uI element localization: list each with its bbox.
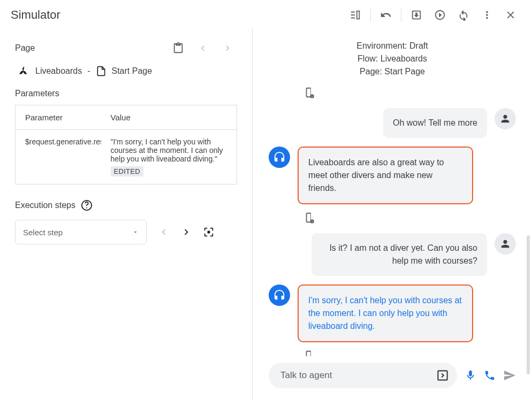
app-title: Simulator xyxy=(11,8,60,22)
breadcrumb: Liveaboards - Start Page xyxy=(18,65,237,77)
param-value: "I'm sorry, I can't help you with course… xyxy=(111,137,223,163)
send-icon[interactable] xyxy=(503,369,516,382)
person-icon xyxy=(499,113,511,125)
help-button[interactable] xyxy=(81,199,93,211)
divider xyxy=(370,9,371,21)
close-button[interactable] xyxy=(500,4,521,26)
param-value-cell: "I'm sorry, I can't help you with course… xyxy=(101,130,237,184)
dropdown-arrow-icon xyxy=(132,229,139,235)
user-avatar xyxy=(495,108,516,129)
focus-button[interactable] xyxy=(199,222,218,242)
reset-icon xyxy=(458,9,469,21)
message-row-agent: Liveaboards are also a great way to meet… xyxy=(269,147,516,204)
download-button[interactable] xyxy=(406,4,427,26)
message-row-user: Oh wow! Tell me more xyxy=(269,108,516,138)
chevron-left-icon xyxy=(197,43,208,53)
reset-button[interactable] xyxy=(453,4,474,26)
svg-text:i: i xyxy=(312,95,313,98)
divider xyxy=(401,9,401,21)
user-avatar xyxy=(495,233,516,255)
breadcrumb-page[interactable]: Start Page xyxy=(112,66,153,76)
detail-icon-button[interactable]: i xyxy=(304,212,516,224)
undo-icon xyxy=(380,9,392,21)
play-button[interactable] xyxy=(429,4,451,26)
header-actions xyxy=(345,4,521,26)
context-environment: Environment: Draft xyxy=(269,40,516,52)
agent-avatar xyxy=(269,147,290,168)
undo-button[interactable] xyxy=(375,4,397,26)
clipboard-button[interactable] xyxy=(169,39,188,58)
talk-placeholder: Talk to agent xyxy=(280,370,332,381)
flow-icon xyxy=(18,65,30,77)
message-row-user: Is it? I am not a diver yet. Can you als… xyxy=(269,233,516,276)
chat-scroll[interactable]: Environment: Draft Flow: Liveaboards Pag… xyxy=(253,28,532,356)
user-bubble: Is it? I am not a diver yet. Can you als… xyxy=(311,233,487,276)
breadcrumb-sep: - xyxy=(87,66,90,76)
page-prev-button[interactable] xyxy=(193,39,212,58)
doc-info-icon: i xyxy=(304,212,316,224)
panel-toggle-button[interactable] xyxy=(345,4,366,26)
phone-icon[interactable] xyxy=(484,370,496,381)
agent-bubble: Liveaboards are also a great way to meet… xyxy=(298,147,473,204)
step-prev-button[interactable] xyxy=(154,222,173,242)
context-page: Page: Start Page xyxy=(269,65,516,78)
mic-icon[interactable] xyxy=(465,370,476,381)
context-info: Environment: Draft Flow: Liveaboards Pag… xyxy=(269,40,516,78)
close-icon xyxy=(505,9,516,21)
param-header: Parameter xyxy=(16,105,101,130)
doc-info-icon: i xyxy=(304,350,316,356)
param-name: $request.generative.res xyxy=(16,130,101,184)
agent-avatar xyxy=(269,284,290,306)
more-vert-icon xyxy=(481,9,493,21)
help-icon xyxy=(81,199,93,211)
select-step-dropdown[interactable]: Select step xyxy=(15,220,147,244)
left-panel: Page Liveaboards - S xyxy=(0,28,253,400)
detail-icon-button[interactable]: i xyxy=(304,87,516,98)
talk-input[interactable]: Talk to agent xyxy=(269,363,457,388)
select-step-placeholder: Select step xyxy=(23,228,63,237)
submit-icon[interactable] xyxy=(436,368,450,382)
parameters-label: Parameters xyxy=(15,89,237,98)
svg-text:i: i xyxy=(312,220,313,223)
breadcrumb-flow[interactable]: Liveaboards xyxy=(35,66,82,76)
play-circle-icon xyxy=(434,9,446,21)
context-flow: Flow: Liveaboards xyxy=(269,52,516,65)
header: Simulator xyxy=(0,0,532,28)
center-focus-icon xyxy=(203,226,215,238)
execution-steps-label: Execution steps xyxy=(15,201,75,210)
page-next-button[interactable] xyxy=(218,39,237,58)
user-bubble: Oh wow! Tell me more xyxy=(383,108,487,138)
clipboard-icon xyxy=(172,42,184,54)
detail-icon-button[interactable]: i xyxy=(304,350,516,356)
chevron-right-icon xyxy=(222,43,233,53)
page-icon xyxy=(96,66,107,76)
scrollbar[interactable] xyxy=(527,235,530,374)
headset-icon xyxy=(273,289,285,301)
chevron-left-icon xyxy=(158,226,170,238)
headset-icon xyxy=(273,151,285,163)
step-next-button[interactable] xyxy=(177,222,196,242)
agent-bubble: I'm sorry, I can't help you with courses… xyxy=(298,284,473,342)
right-panel: Environment: Draft Flow: Liveaboards Pag… xyxy=(253,28,532,400)
doc-info-icon: i xyxy=(304,87,316,98)
message-row-agent: I'm sorry, I can't help you with courses… xyxy=(269,284,516,342)
person-icon xyxy=(499,238,511,250)
more-button[interactable] xyxy=(476,4,498,26)
download-icon xyxy=(411,9,422,21)
table-row[interactable]: $request.generative.res "I'm sorry, I ca… xyxy=(16,130,237,184)
value-header: Value xyxy=(101,105,237,130)
page-section-label: Page xyxy=(15,43,35,53)
chevron-right-icon xyxy=(180,226,192,238)
edited-chip: EDITED xyxy=(111,166,143,176)
parameters-table: Parameter Value $request.generative.res … xyxy=(15,105,237,184)
input-bar: Talk to agent xyxy=(253,356,532,400)
panel-toggle-icon xyxy=(349,9,361,21)
